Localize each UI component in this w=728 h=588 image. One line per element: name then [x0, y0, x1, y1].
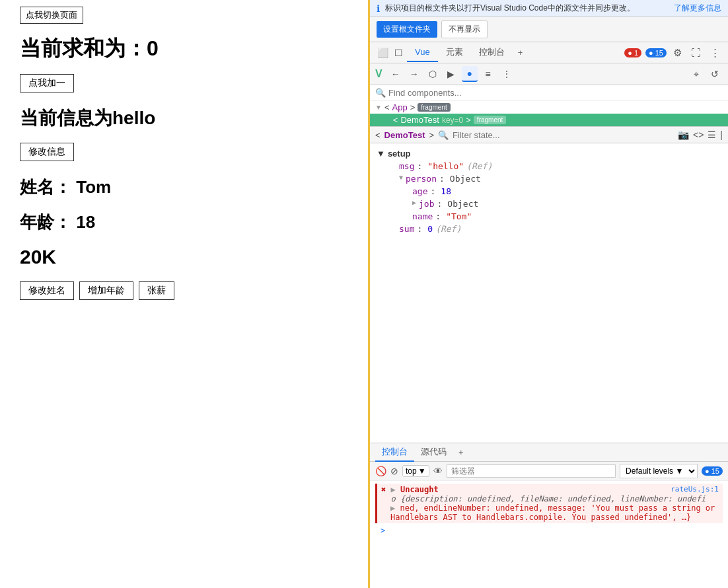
demo-test-tree-item[interactable]: · <DemoTest key=0 > fragment	[370, 114, 728, 126]
switch-page-button[interactable]: 点我切换页面	[20, 7, 83, 24]
scroll-icon[interactable]: |	[720, 129, 723, 140]
salary-display: 20K	[20, 246, 348, 268]
vue-toolbar-right: ⌖ ↺	[688, 66, 723, 82]
tab-source-bottom[interactable]: 源代码	[414, 443, 453, 462]
app-badge: fragment	[418, 103, 450, 112]
inspector-search-icon[interactable]: 🔍	[438, 130, 449, 140]
devtools-right-icons: ● 1 ● 15 ⚙ ⛶ ⋮	[624, 46, 723, 60]
filter-state-input[interactable]	[453, 130, 674, 140]
console-badge: ● 15	[702, 466, 723, 476]
expand-icon[interactable]: ⋮	[499, 66, 515, 82]
devtools-action-bar: 设置根文件夹 不再显示	[370, 17, 728, 42]
tab-add-bottom[interactable]: +	[453, 445, 469, 460]
add-one-button[interactable]: 点我加一	[20, 74, 74, 92]
error-source-link[interactable]: rateUs.js:1	[671, 485, 719, 494]
settings-icon[interactable]: ⚙	[671, 46, 684, 60]
refresh-icon[interactable]: ↺	[707, 66, 723, 82]
state-name-row: name: "Tom"	[370, 210, 728, 223]
component-tree: 🔍 ▼ <App> fragment · <DemoTest key=0 > f…	[370, 85, 728, 127]
setup-folder-button[interactable]: 设置根文件夹	[377, 21, 437, 38]
tab-add-button[interactable]: +	[513, 45, 528, 60]
forward-button[interactable]: →	[406, 66, 422, 82]
console-arrow-btn[interactable]: >	[375, 525, 723, 536]
top-label: top	[406, 466, 417, 476]
vue-logo: V	[375, 68, 382, 80]
demo-tag: DemoTest	[400, 115, 439, 125]
raise-salary-button[interactable]: 张薪	[139, 281, 174, 300]
app-arrow: ▼	[375, 104, 382, 111]
state-job-row: ▶ job: Object	[370, 198, 728, 210]
app-tree-item[interactable]: ▼ <App> fragment	[370, 101, 728, 114]
top-dropdown-icon: ▼	[418, 466, 426, 476]
no-show-button[interactable]: 不再显示	[441, 20, 488, 38]
component-search-input[interactable]	[388, 88, 723, 98]
clear-console-icon[interactable]: 🚫	[375, 466, 386, 476]
tree-expand-icon[interactable]: ▶	[443, 66, 459, 82]
modify-info-button[interactable]: 修改信息	[20, 143, 74, 161]
inspector-panel: <DemoTest> 🔍 📷 <> ☰ | ▼ setup msg: "hell…	[370, 127, 728, 588]
demo-badge: fragment	[474, 116, 506, 124]
info-bar-text: 标识项目的根文件夹以打开Visual Studio Code中的源文件并同步更改…	[385, 3, 669, 14]
demo-arrow: ·	[388, 116, 390, 124]
state-sum-row: sum: 0 (Ref)	[370, 223, 728, 235]
more-icon[interactable]: ⋮	[708, 46, 723, 60]
code-icon[interactable]: <>	[693, 129, 704, 140]
layers-icon[interactable]: ⬡	[425, 66, 441, 82]
left-panel: 点我切换页面 当前求和为：0 点我加一 当前信息为hello 修改信息 姓名： …	[0, 0, 370, 588]
vue-toolbar: V ← → ⬡ ▶ ● ≡ ⋮ ⌖ ↺	[370, 63, 728, 85]
state-msg-row: msg: "hello" (Ref)	[370, 160, 728, 172]
devtools-tabs: ⬜ ☐ Vue 元素 控制台 + ● 1 ● 15 ⚙ ⛶ ⋮	[370, 42, 728, 63]
inspector-header-icons: 📷 <> ☰ |	[678, 129, 723, 140]
console-error-entry: rateUs.js:1 ✖ ▶ Uncaught o {description:…	[375, 484, 723, 523]
increase-age-button[interactable]: 增加年龄	[79, 281, 133, 300]
target-icon[interactable]: ⌖	[688, 66, 704, 82]
msg-display: 当前信息为hello	[20, 106, 348, 131]
job-expand-arrow[interactable]: ▶	[412, 199, 416, 206]
screen-cast-icon[interactable]: ⬜	[375, 46, 390, 60]
sum-display: 当前求和为：0	[20, 34, 348, 63]
grid-icon[interactable]: ≡	[480, 66, 496, 82]
component-inspector-icon[interactable]: ●	[462, 66, 478, 82]
back-button[interactable]: ←	[388, 66, 404, 82]
setup-section-title: ▼ setup	[370, 147, 728, 160]
search-icon: 🔍	[375, 88, 386, 98]
top-context-selector[interactable]: top ▼	[402, 465, 429, 477]
device-icon[interactable]: ☐	[391, 46, 406, 60]
inspector-header: <DemoTest> 🔍 📷 <> ☰ |	[370, 127, 728, 143]
camera-icon[interactable]: 📷	[678, 129, 689, 140]
info-bar: ℹ 标识项目的根文件夹以打开Visual Studio Code中的源文件并同步…	[370, 0, 728, 17]
tab-vue[interactable]: Vue	[407, 43, 438, 62]
console-toolbar: 🚫 ⊘ top ▼ 👁 Default levels ▼ ● 15	[370, 462, 728, 481]
demo-key: key=0	[442, 116, 463, 125]
state-age-row: age: 18	[370, 185, 728, 198]
component-search-bar: 🔍	[370, 85, 728, 101]
filter-icon[interactable]: ⊘	[390, 466, 398, 476]
inspector-comp-name: DemoTest	[384, 130, 425, 140]
console-content: rateUs.js:1 ✖ ▶ Uncaught o {description:…	[370, 481, 728, 588]
action-buttons: 修改姓名 增加年龄 张薪	[20, 281, 348, 300]
modify-name-button[interactable]: 修改姓名	[20, 281, 74, 300]
list-icon[interactable]: ☰	[708, 129, 716, 140]
error-icon: ✖	[381, 485, 386, 494]
console-panel: 控制台 源代码 + 🚫 ⊘ top ▼ 👁 Default levels ▼ ●…	[370, 443, 728, 588]
tab-elements[interactable]: 元素	[438, 42, 471, 63]
console-filter-input[interactable]	[447, 464, 616, 478]
devtools-panel: ℹ 标识项目的根文件夹以打开Visual Studio Code中的源文件并同步…	[370, 0, 728, 588]
age-display: 年龄： 18	[20, 211, 348, 234]
eye-icon[interactable]: 👁	[433, 466, 443, 476]
error-detail2: Handlebars AST to Handlebars.compile. Yo…	[390, 513, 719, 522]
dock-icon[interactable]: ⛶	[688, 46, 704, 59]
log-level-select[interactable]: Default levels ▼	[620, 464, 698, 478]
console-tabs: 控制台 源代码 +	[370, 443, 728, 462]
tab-console-bottom[interactable]: 控制台	[375, 443, 414, 462]
person-expand-arrow[interactable]: ▼	[399, 174, 403, 181]
error-expand-arrow[interactable]: ▶	[390, 485, 395, 494]
state-person-row: ▼ person: Object	[370, 172, 728, 185]
learn-more-link[interactable]: 了解更多信息	[674, 3, 721, 14]
tab-console[interactable]: 控制台	[471, 42, 513, 63]
info-icon: ℹ	[377, 3, 380, 14]
setup-arrow: ▼	[377, 149, 385, 159]
warning-badge: ● 15	[645, 48, 667, 57]
name-display: 姓名： Tom	[20, 176, 348, 199]
state-panel: ▼ setup msg: "hello" (Ref) ▼ person: Obj…	[370, 143, 728, 443]
